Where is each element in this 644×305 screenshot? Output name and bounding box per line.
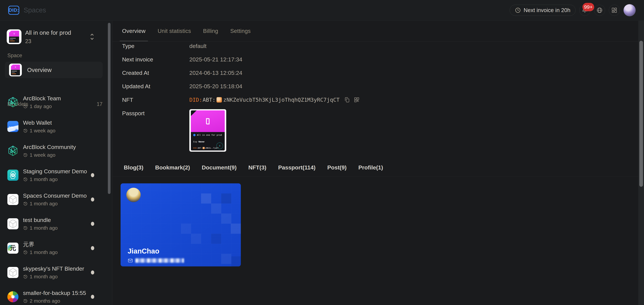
arcblock-icon — [8, 145, 18, 156]
passport-row: Passport All in one for prod ExpNever DI… — [112, 106, 637, 152]
main-tab-settings[interactable]: Settings — [230, 21, 251, 41]
space-selector[interactable]: All in one for prod 23 — [5, 26, 103, 47]
history-icon — [23, 128, 28, 133]
profile-card[interactable]: JianChao — [120, 183, 241, 266]
blocklet-item-staging-consumer-demo[interactable]: Staging Consumer Demo 1 month ago — [0, 163, 107, 187]
content-tab-blog-3[interactable]: Blog(3) — [124, 164, 144, 171]
notifications-badge: 99+ — [582, 3, 594, 11]
passport-logo-icon — [191, 110, 225, 132]
update-dot — [91, 270, 94, 274]
main-scrollbar-track — [638, 21, 644, 305]
content-tab-nft-3[interactable]: NFT(3) — [248, 164, 266, 171]
main-tab-overview[interactable]: Overview — [122, 21, 146, 41]
teal-hex-plus-icon — [8, 170, 18, 181]
main-tabs: OverviewUnit statisticsBillingSettings — [112, 21, 638, 42]
notifications-button[interactable]: 99+ — [579, 5, 590, 16]
main-tab-billing[interactable]: Billing — [203, 21, 218, 41]
sidebar-scrollbar[interactable] — [108, 23, 110, 194]
arcblock-icon — [8, 97, 18, 108]
globe-icon — [596, 7, 603, 14]
profile-avatar — [126, 188, 141, 202]
cube-icon — [8, 267, 18, 278]
update-dot — [91, 222, 94, 226]
update-dot — [91, 246, 94, 250]
content-tab-document-9[interactable]: Document(9) — [202, 164, 237, 171]
next-invoice-label: Next invoice in 20h — [524, 7, 570, 14]
qr-code-icon[interactable] — [354, 97, 360, 103]
email-icon — [128, 258, 133, 263]
top-header: DID: Spaces Next invoice in 20h 99+ — [0, 0, 644, 20]
clock-icon — [515, 7, 521, 13]
detail-value: 2025-05-20 15:18:04 — [189, 83, 242, 90]
passport-nft-image[interactable]: All in one for prod ExpNever DID:ABT:zNK… — [189, 109, 226, 152]
blocklet-item-smaller-for-backup-15-55[interactable]: smaller-for-backup 15:55 2 months ago — [0, 284, 107, 305]
history-icon — [23, 298, 28, 304]
next-invoice-button[interactable]: Next invoice in 20h — [510, 5, 576, 16]
did-spaces-logo: DID: Spaces — [8, 6, 46, 15]
main-tab-unit-statistics[interactable]: Unit statistics — [158, 21, 191, 41]
header-actions: Next invoice in 20h 99+ — [510, 4, 636, 16]
detail-value: 2024-06-13 12:05:24 — [189, 70, 242, 76]
content-tab-bookmark-2[interactable]: Bookmark(2) — [155, 164, 190, 171]
blocklet-item-web-wallet[interactable]: DID:⎚ Web Wallet 1 week ago — [0, 114, 107, 138]
profile-email-row — [128, 258, 184, 263]
blocklet-item-skypesky-s-nft-blender[interactable]: skypesky's NFT Blender 1 month ago — [0, 260, 107, 284]
detail-label: Created At — [122, 70, 189, 76]
profile-name: JianChao — [128, 247, 159, 255]
space-thumbnail — [7, 29, 22, 44]
history-icon — [23, 274, 28, 279]
blocklet-item-元界[interactable]: 元 元界 1 month ago — [0, 236, 107, 260]
update-dot — [91, 295, 94, 299]
update-dot — [91, 173, 94, 177]
detail-value: default — [189, 43, 206, 49]
sidebar: All in one for prod 23 Space Overview Bl… — [0, 21, 112, 305]
history-icon — [23, 226, 28, 230]
app-root: DID: Spaces Next invoice in 20h 99+ — [0, 0, 644, 305]
detail-row-created-at: Created At2024-06-13 12:05:24 — [112, 66, 637, 80]
did-logo-icon: DID: — [8, 6, 19, 15]
detail-value: 2025-05-21 12:17:34 — [189, 56, 242, 63]
cube-icon — [8, 218, 18, 229]
did-wallet-icon: DID:⎚ — [8, 121, 18, 132]
overview-label: Overview — [27, 66, 52, 73]
space-details: TypedefaultNext invoice2025-05-21 12:17:… — [112, 39, 637, 93]
space-switcher-icon — [89, 32, 95, 41]
history-icon — [23, 250, 28, 255]
yuan-icon: 元 — [8, 242, 18, 254]
passport-label: Passport — [122, 106, 189, 152]
user-avatar[interactable] — [624, 4, 636, 16]
apps-button[interactable] — [609, 5, 620, 16]
redacted-email — [135, 258, 184, 263]
history-icon — [23, 104, 28, 109]
apps-grid-icon — [611, 7, 618, 14]
blocklet-item-spaces-consumer-demo[interactable]: Spaces Consumer Demo 1 month ago — [0, 187, 107, 212]
cube-icon — [8, 194, 18, 205]
app-title: Spaces — [24, 6, 46, 14]
passport-seal-icon — [216, 142, 223, 149]
detail-label: Next invoice — [122, 56, 189, 63]
blocklet-list: ArcBlock Team 1 day ago DID:⎚ Web Wallet… — [0, 90, 107, 305]
main-scrollbar[interactable] — [639, 41, 643, 187]
detail-row-type: Typedefault — [112, 39, 637, 53]
main-content: OverviewUnit statisticsBillingSettings T… — [112, 21, 644, 305]
content-type-tabs: Blog(3)Bookmark(2)Document(9)NFT(3)Passp… — [112, 158, 638, 176]
detail-label: Type — [122, 43, 189, 49]
history-icon — [23, 177, 28, 182]
space-section-label: Space — [8, 52, 22, 58]
history-icon — [23, 201, 28, 206]
content-tab-profile-1[interactable]: Profile(1) — [358, 164, 383, 171]
nft-row: NFT DID:ABT:zNKZeVucbT5h3KjL3joThqhQZ1M3… — [112, 93, 637, 106]
nft-did-avatar — [216, 97, 222, 102]
sidebar-item-overview[interactable]: Overview — [5, 62, 103, 78]
locale-button[interactable] — [594, 5, 605, 16]
copy-icon[interactable] — [344, 97, 350, 103]
content-tab-post-9[interactable]: Post(9) — [327, 164, 346, 171]
detail-row-next-invoice: Next invoice2025-05-21 12:17:34 — [112, 53, 637, 66]
content-tab-passport-114[interactable]: Passport(114) — [278, 164, 316, 171]
detail-label: Updated At — [122, 83, 189, 90]
history-icon — [23, 152, 28, 158]
blocklet-item-arcblock-community[interactable]: ArcBlock Community 1 week ago — [0, 138, 107, 163]
blocklet-item-arcblock-team[interactable]: ArcBlock Team 1 day ago — [0, 90, 107, 114]
blocklet-item-test-bundle[interactable]: test bundle 1 month ago — [0, 212, 107, 236]
pinwheel-icon — [8, 291, 18, 302]
